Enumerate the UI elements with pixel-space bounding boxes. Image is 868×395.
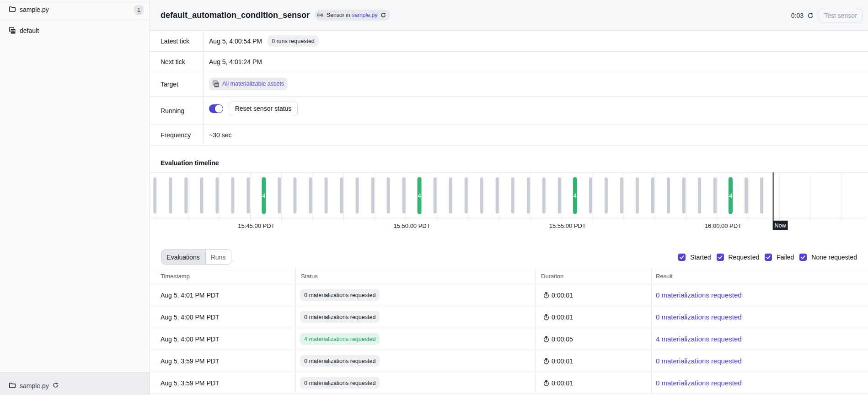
svg-text:15:45:00 PDT: 15:45:00 PDT [238,222,274,229]
svg-text:4: 4 [573,192,577,199]
svg-text:Now: Now [774,222,786,229]
svg-text:15:55:00 PDT: 15:55:00 PDT [549,222,586,229]
svg-text:4: 4 [729,192,732,199]
svg-text:4: 4 [262,192,265,199]
svg-text:15:50:00 PDT: 15:50:00 PDT [393,222,430,229]
svg-text:4: 4 [418,192,421,199]
svg-text:16:00:00 PDT: 16:00:00 PDT [705,222,741,229]
